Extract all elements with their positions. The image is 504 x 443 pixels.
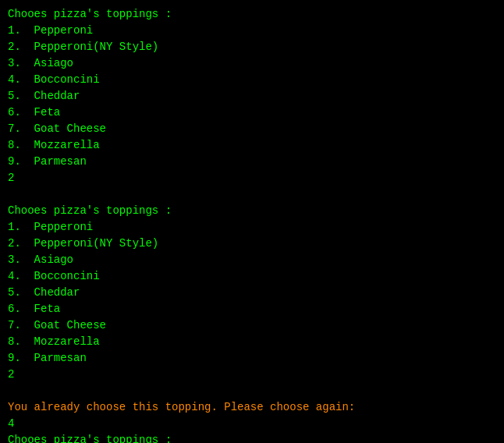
terminal-line: 9. Parmesan (8, 352, 87, 364)
terminal-line: 5. Cheddar (8, 90, 80, 102)
terminal-line: 2 (8, 368, 14, 381)
terminal-line: 1. Pepperoni (8, 24, 93, 37)
terminal-output: Chooes pizza's toppings : 1. Pepperoni 2… (8, 6, 496, 443)
warning-text: You already choose this topping. Please … (8, 401, 355, 413)
terminal-line: 7. Goat Cheese (8, 319, 106, 331)
terminal-line: 2 (8, 172, 14, 184)
terminal-line: Chooes pizza's toppings : (8, 204, 172, 217)
terminal-line: Chooes pizza's toppings : (8, 8, 172, 20)
terminal-line: Chooes pizza's toppings : (8, 434, 172, 443)
terminal-line: 3. Asiago (8, 253, 73, 266)
terminal-line: 6. Feta (8, 303, 60, 315)
terminal-line: 9. Parmesan (8, 155, 87, 168)
terminal-line: 1. Pepperoni (8, 221, 93, 233)
terminal-line: 4. Bocconcini (8, 270, 100, 282)
terminal-line: 5. Cheddar (8, 286, 80, 299)
terminal-line: 7. Goat Cheese (8, 122, 106, 135)
terminal-line: 2. Pepperoni(NY Style) (8, 41, 158, 53)
terminal-line: 2. Pepperoni(NY Style) (8, 237, 158, 250)
terminal-line: 4 (8, 417, 14, 430)
terminal-line: 4. Bocconcini (8, 73, 100, 86)
terminal-line: 8. Mozzarella (8, 335, 100, 348)
terminal-line: 6. Feta (8, 106, 60, 119)
terminal-line: 3. Asiago (8, 57, 73, 69)
terminal-line: 8. Mozzarella (8, 139, 100, 151)
